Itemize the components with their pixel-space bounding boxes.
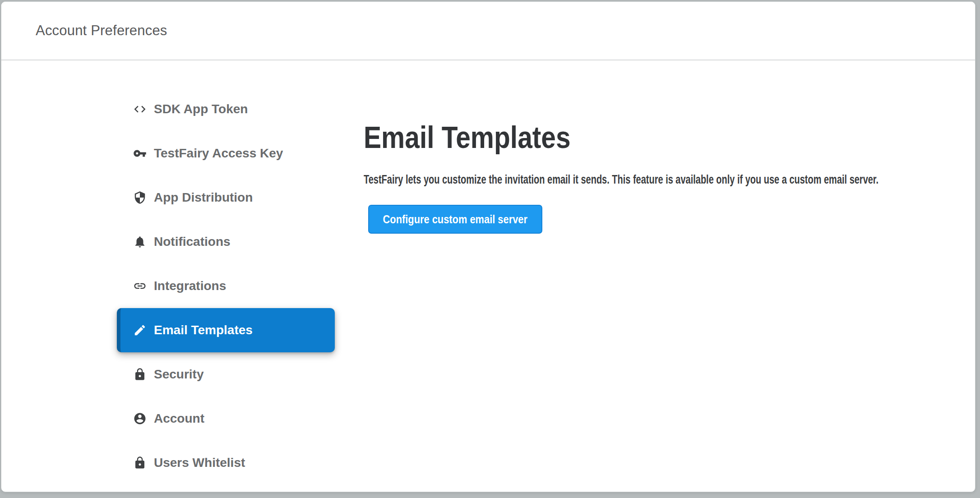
sidebar-item-notifications[interactable]: Notifications	[117, 220, 335, 264]
configure-custom-email-server-button-label: Configure custom email server	[383, 212, 527, 226]
sidebar-item-label: TestFairy Access Key	[154, 146, 283, 161]
pencil-icon	[133, 323, 147, 337]
sidebar-item-label: Integrations	[154, 279, 226, 293]
main-heading: Email Templates	[364, 120, 571, 155]
sidebar-item-account[interactable]: Account	[117, 397, 335, 441]
configure-custom-email-server-button[interactable]: Configure custom email server	[368, 205, 542, 234]
page-title: Account Preferences	[36, 23, 167, 39]
sidebar-item-label: SDK App Token	[154, 102, 248, 116]
account-preferences-window: Account Preferences SDK App Token TestFa…	[1, 1, 975, 492]
sidebar-item-integrations[interactable]: Integrations	[117, 264, 335, 308]
sidebar-item-label: Security	[154, 367, 204, 382]
key-icon	[133, 147, 147, 160]
person-icon	[133, 412, 147, 425]
sidebar: SDK App Token TestFairy Access Key App D…	[117, 87, 335, 485]
lock-icon	[133, 368, 147, 381]
sidebar-item-security[interactable]: Security	[117, 352, 335, 397]
sidebar-item-sdk-app-token[interactable]: SDK App Token	[117, 87, 335, 131]
main-description: TestFairy lets you customize the invitat…	[364, 173, 878, 187]
sidebar-item-app-distribution[interactable]: App Distribution	[117, 175, 335, 220]
page: Account Preferences SDK App Token TestFa…	[0, 0, 980, 498]
sidebar-item-label: Notifications	[154, 235, 231, 249]
sidebar-item-testfairy-access-key[interactable]: TestFairy Access Key	[117, 131, 335, 175]
sidebar-item-label: Users Whitelist	[154, 456, 245, 470]
sidebar-item-email-templates[interactable]: Email Templates	[117, 308, 335, 352]
lock-icon	[133, 456, 147, 470]
bell-icon	[133, 235, 147, 249]
sidebar-item-label: App Distribution	[154, 190, 253, 205]
sidebar-item-label: Email Templates	[154, 323, 253, 337]
sidebar-item-label: Account	[154, 411, 204, 426]
shield-icon	[133, 191, 147, 204]
code-icon	[133, 102, 147, 116]
link-icon	[133, 279, 147, 293]
window-header: Account Preferences	[1, 2, 975, 60]
sidebar-item-users-whitelist[interactable]: Users Whitelist	[117, 441, 335, 485]
